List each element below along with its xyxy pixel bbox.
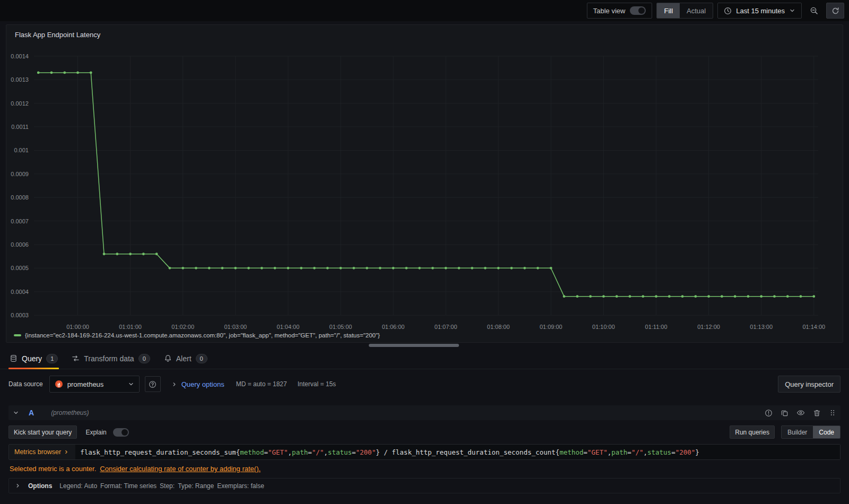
query-inspector-button[interactable]: Query inspector xyxy=(778,376,841,393)
scroll-area xyxy=(0,343,849,348)
fill-option[interactable]: Fill xyxy=(657,3,680,18)
tab-query[interactable]: Query 1 xyxy=(4,348,63,369)
editor-tabs: Query 1 Transform data 0 Alert 0 xyxy=(0,348,849,369)
query-ref-id: A xyxy=(29,409,34,417)
svg-text:01:11:00: 01:11:00 xyxy=(645,324,668,330)
warning-text: Selected metric is a counter. xyxy=(10,465,96,473)
chevron-right-icon xyxy=(15,483,21,489)
svg-text:0.0008: 0.0008 xyxy=(11,194,29,201)
svg-text:01:05:00: 01:05:00 xyxy=(330,324,352,330)
datasource-label: Data source xyxy=(8,380,43,388)
query-row-header[interactable]: A (prometheus) xyxy=(8,405,841,420)
svg-text:01:06:00: 01:06:00 xyxy=(382,324,405,330)
time-range-picker[interactable]: Last 15 minutes xyxy=(717,3,802,19)
svg-text:0.0009: 0.0009 xyxy=(11,171,29,177)
panel-editor-toolbar: Table view Fill Actual Last 15 minutes xyxy=(0,0,849,21)
builder-code-switch: Builder Code xyxy=(781,425,841,439)
query-options-collapsed-row[interactable]: Options Legend: AutoFormat: Time seriesS… xyxy=(8,478,841,493)
prometheus-logo-icon xyxy=(55,380,63,388)
svg-text:01:13:00: 01:13:00 xyxy=(750,324,773,330)
bell-icon xyxy=(164,354,172,362)
svg-text:0.001: 0.001 xyxy=(14,147,28,153)
promql-expression-input[interactable]: flask_http_request_duration_seconds_sum{… xyxy=(75,445,840,459)
explain-toggle[interactable] xyxy=(113,428,129,437)
query-options-summary: MD = auto = 1827 Interval = 15s xyxy=(236,380,336,388)
hide-response-eye-icon[interactable] xyxy=(796,409,805,417)
chevron-right-icon xyxy=(171,381,177,387)
tab-alert-label: Alert xyxy=(176,354,192,363)
promql-editor-row: Metrics browser flask_http_request_durat… xyxy=(8,444,841,460)
datasource-name: prometheus xyxy=(67,380,124,388)
query-options-toggle[interactable]: Query options xyxy=(171,380,224,388)
duplicate-query-icon[interactable] xyxy=(781,409,789,417)
chevron-down-icon xyxy=(128,381,134,387)
table-view-control[interactable]: Table view xyxy=(587,3,653,19)
help-circle-icon xyxy=(149,380,157,388)
panel-title: Flask App Endpoint Latency xyxy=(15,31,100,39)
promql-expression: flask_http_request_duration_seconds_sum{… xyxy=(80,448,699,456)
svg-text:01:10:00: 01:10:00 xyxy=(592,324,615,330)
delete-query-trash-icon[interactable] xyxy=(813,409,821,417)
tab-query-label: Query xyxy=(22,354,42,363)
code-option[interactable]: Code xyxy=(813,426,840,438)
datasource-row: Data source prometheus Query options MD … xyxy=(0,369,849,399)
query-editor-section: A (prometheus) Kick start your query Exp… xyxy=(8,405,841,493)
kick-start-query-button[interactable]: Kick start your query xyxy=(8,425,77,439)
drag-handle-icon[interactable] xyxy=(829,409,836,416)
datasource-help-button[interactable] xyxy=(145,376,161,392)
chevron-right-icon xyxy=(64,449,69,455)
svg-text:01:09:00: 01:09:00 xyxy=(540,324,562,330)
builder-option[interactable]: Builder xyxy=(782,426,813,438)
table-view-label: Table view xyxy=(593,7,626,15)
query-help-icon[interactable] xyxy=(765,409,773,417)
svg-text:01:01:00: 01:01:00 xyxy=(119,324,142,330)
max-data-points-summary: MD = auto = 1827 xyxy=(236,380,287,388)
metrics-browser-label: Metrics browser xyxy=(14,448,61,456)
options-label: Options xyxy=(28,482,52,490)
clock-icon xyxy=(724,7,732,15)
datasource-picker[interactable]: prometheus xyxy=(49,376,140,393)
query-datasource-hint: (prometheus) xyxy=(51,409,89,416)
zoom-out-button[interactable] xyxy=(806,3,822,19)
svg-text:01:00:00: 01:00:00 xyxy=(66,324,89,330)
svg-text:01:02:00: 01:02:00 xyxy=(171,324,194,330)
svg-text:0.0013: 0.0013 xyxy=(11,76,29,83)
query-row-actions xyxy=(765,409,836,417)
metrics-browser-button[interactable]: Metrics browser xyxy=(9,445,75,459)
collapse-chevron-icon xyxy=(13,410,19,416)
query-count-badge: 1 xyxy=(46,354,58,363)
alert-count-badge: 0 xyxy=(196,354,207,363)
svg-text:0.0006: 0.0006 xyxy=(11,241,29,248)
add-rate-link[interactable]: Consider calculating rate of counter by … xyxy=(100,465,261,473)
tab-alert[interactable]: Alert 0 xyxy=(159,348,213,369)
fill-actual-group: Fill Actual xyxy=(656,3,713,19)
table-view-toggle[interactable] xyxy=(630,6,646,15)
zoom-out-icon xyxy=(810,6,818,15)
explain-label: Explain xyxy=(85,429,106,436)
transform-count-badge: 0 xyxy=(138,354,150,363)
svg-text:01:12:00: 01:12:00 xyxy=(697,324,720,330)
options-summary: Legend: AutoFormat: Time seriesStep:Type… xyxy=(59,482,267,490)
time-range-label: Last 15 minutes xyxy=(736,7,785,15)
svg-text:01:07:00: 01:07:00 xyxy=(435,324,457,330)
counter-warning-row: Selected metric is a counter. Consider c… xyxy=(8,465,841,473)
latency-chart[interactable]: 0.00030.00040.00050.00060.00070.00080.00… xyxy=(6,25,843,342)
svg-text:01:08:00: 01:08:00 xyxy=(487,324,510,330)
svg-text:0.0005: 0.0005 xyxy=(11,265,29,271)
tab-transform-data[interactable]: Transform data 0 xyxy=(66,348,155,369)
horizontal-scrollbar[interactable] xyxy=(369,344,459,347)
svg-text:0.0014: 0.0014 xyxy=(11,53,29,59)
interval-summary: Interval = 15s xyxy=(298,380,336,388)
query-options-label: Query options xyxy=(181,380,224,388)
refresh-button[interactable] xyxy=(826,3,844,19)
legend-item[interactable]: {instance="ec2-184-169-216-224.us-west-1… xyxy=(14,332,380,338)
run-queries-button[interactable]: Run queries xyxy=(730,425,775,439)
chevron-down-icon xyxy=(789,7,795,14)
svg-text:0.0004: 0.0004 xyxy=(11,289,29,295)
svg-text:0.0007: 0.0007 xyxy=(11,218,29,224)
actual-option[interactable]: Actual xyxy=(680,3,713,18)
series-color-swatch xyxy=(14,334,21,336)
time-series-panel: Flask App Endpoint Latency 0.00030.00040… xyxy=(6,24,843,343)
query-toolbar: Kick start your query Explain Run querie… xyxy=(8,425,841,439)
tab-transform-label: Transform data xyxy=(84,354,134,363)
